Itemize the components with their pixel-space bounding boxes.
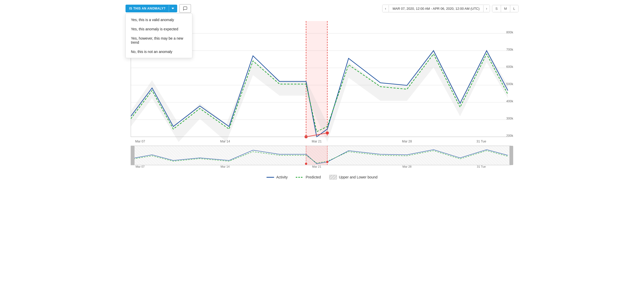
anomaly-btn-wrapper: IS THIS AN ANOMALY? Yes, this is a valid… (126, 5, 177, 12)
svg-text:400k: 400k (506, 100, 513, 103)
legend-predicted-label: Predicted (306, 175, 321, 179)
legend-bound: Upper and Lower bound (329, 175, 378, 179)
chevron-down-icon (172, 8, 174, 9)
date-range-label: MAR 07, 2020, 12:00 AM - APR 06, 2020, 1… (389, 5, 483, 12)
mini-chart: Mar 07 Mar 14 Mar 21 Mar 28 31 Tue (126, 145, 518, 168)
anomaly-dropdown-menu: Yes, this is a valid anomaly Yes, this a… (126, 13, 192, 58)
svg-point-30 (326, 161, 328, 163)
comment-icon (183, 6, 187, 11)
anomaly-dropdown-button[interactable] (169, 5, 177, 12)
dropdown-item-1[interactable]: Yes, this anomaly is expected (126, 24, 192, 34)
svg-text:Mar 14: Mar 14 (221, 165, 230, 168)
dropdown-item-2[interactable]: Yes, however, this may be a new trend (126, 34, 192, 47)
legend-activity-line (266, 177, 274, 178)
svg-text:Mar 14: Mar 14 (220, 140, 230, 143)
svg-text:Mar 07: Mar 07 (135, 140, 145, 143)
svg-rect-26 (306, 146, 327, 165)
header-row: IS THIS AN ANOMALY? Yes, this is a valid… (126, 4, 518, 13)
date-range-nav: ‹ MAR 07, 2020, 12:00 AM - APR 06, 2020,… (382, 5, 490, 12)
svg-text:300k: 300k (506, 117, 513, 120)
dropdown-item-3[interactable]: No, this is not an anomaly (126, 47, 192, 56)
next-date-button[interactable]: › (484, 5, 490, 12)
legend-activity-label: Activity (276, 175, 288, 179)
legend-bound-label: Upper and Lower bound (339, 175, 378, 179)
comment-button[interactable] (179, 4, 191, 13)
legend-predicted-line (296, 177, 303, 178)
right-controls: ‹ MAR 07, 2020, 12:00 AM - APR 06, 2020,… (382, 5, 518, 12)
mini-chart-svg: Mar 07 Mar 14 Mar 21 Mar 28 31 Tue (126, 145, 518, 168)
left-controls: IS THIS AN ANOMALY? Yes, this is a valid… (126, 4, 191, 13)
legend-bound-box (329, 175, 337, 179)
size-l-button[interactable]: L (510, 5, 518, 12)
svg-text:800k: 800k (506, 31, 513, 34)
svg-text:Mar 21: Mar 21 (312, 140, 322, 143)
legend: Activity Predicted Upper and Lower bound (126, 172, 518, 183)
legend-activity: Activity (266, 175, 288, 179)
size-s-button[interactable]: S (492, 5, 501, 12)
prev-date-button[interactable]: ‹ (382, 5, 389, 12)
size-buttons: S M L (492, 5, 518, 12)
legend-predicted: Predicted (296, 175, 321, 179)
svg-text:Mar 28: Mar 28 (402, 140, 412, 143)
anomaly-label: IS THIS AN ANOMALY? (126, 5, 169, 12)
dropdown-item-0[interactable]: Yes, this is a valid anomaly (126, 15, 192, 24)
svg-text:200k: 200k (506, 134, 513, 138)
svg-text:700k: 700k (506, 48, 513, 51)
svg-text:600k: 600k (506, 65, 513, 69)
mini-left-handle[interactable] (131, 146, 135, 165)
svg-text:Mar 21: Mar 21 (312, 165, 321, 168)
size-m-button[interactable]: M (501, 5, 510, 12)
mini-right-handle[interactable] (509, 146, 513, 165)
svg-text:Mar 28: Mar 28 (402, 165, 412, 168)
svg-text:31 Tue: 31 Tue (477, 140, 486, 143)
svg-text:Mar 07: Mar 07 (136, 165, 145, 168)
main-container: IS THIS AN ANOMALY? Yes, this is a valid… (121, 0, 523, 187)
anomaly-btn-group: IS THIS AN ANOMALY? (126, 5, 177, 12)
svg-text:31 Tue: 31 Tue (477, 165, 486, 168)
svg-point-29 (305, 163, 307, 165)
